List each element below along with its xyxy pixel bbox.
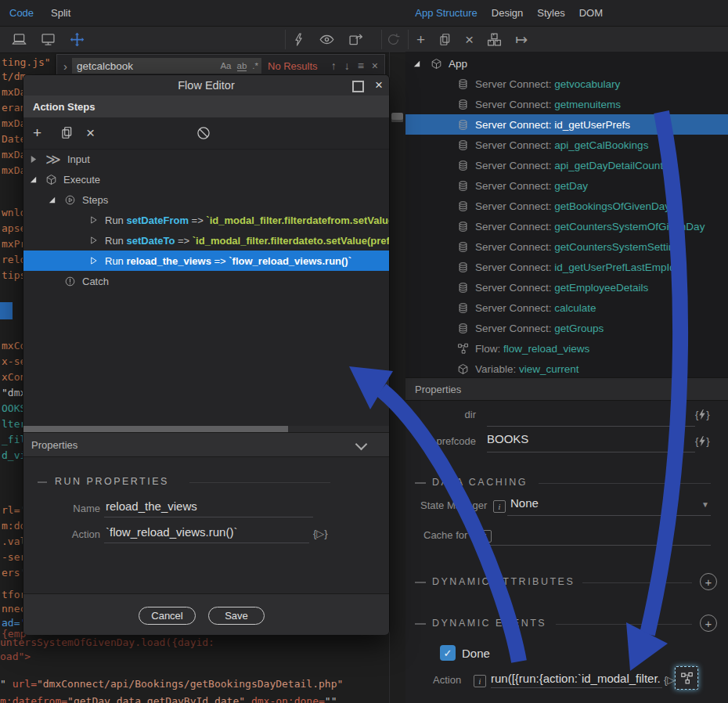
action-label: Action [47,528,100,540]
collapse-arrow-icon[interactable] [28,175,38,184]
database-icon [457,180,469,192]
name-field[interactable]: reload_the_views [106,499,309,513]
binding-expression-icon[interactable]: {▷} [313,528,328,539]
search-input[interactable]: getcalcbook Aaab.* [72,58,261,74]
expand-arrow-icon[interactable] [28,155,38,164]
app-tree-item-flow_reload_views[interactable]: Flow: flow_reload_views [405,338,728,359]
plus-icon[interactable]: + [33,125,41,140]
flow-step-setdateto[interactable]: Run setDateTo => `id_modal_filter.filter… [23,230,389,251]
code-fragment: d_vi [2,449,26,461]
monitor-icon[interactable] [40,31,56,48]
item-type-prefix: Server Connect: [475,261,554,273]
flow-step-execute[interactable]: Execute [23,169,389,189]
chevron-down-icon[interactable] [355,438,368,451]
app-tree-item-getvocabulary[interactable]: Server Connect: getvocabulary [405,74,728,94]
app-tree-item-getCountersSystemOfGivenDay[interactable]: Server Connect: getCountersSystemOfGiven… [405,216,728,236]
menu-item-code[interactable]: Code [9,7,34,19]
code-fragment: ers' [2,567,26,579]
state-manager-underline [507,515,711,516]
save-button[interactable]: Save [208,607,265,625]
open-flow-editor-button[interactable] [675,666,698,690]
move-into-icon[interactable]: ↦ [515,32,528,47]
app-tree-item-getCountersSystemSettings[interactable]: Server Connect: getCountersSystemSetting… [405,236,728,257]
add-dynamic-attribute-button[interactable]: + [700,573,717,590]
app-tree-item-id_getUserPrefLastEmpId[interactable]: Server Connect: id_getUserPrefLastEmpId [405,257,728,277]
app-tree-item-getmenuitems[interactable]: Server Connect: getmenuitems [405,94,728,114]
cancel-button[interactable]: Cancel [139,607,196,625]
arrow-separator: => [175,235,192,247]
dynamic-binding-icon[interactable]: {} [695,409,710,420]
maximize-icon[interactable] [352,81,364,92]
app-tree-item-getDay[interactable]: Server Connect: getDay [405,175,728,196]
flow-properties-header[interactable]: Properties [23,432,389,457]
arrow-down-icon[interactable]: ↓ [344,60,350,71]
flow-step-catch[interactable]: Catch [23,271,389,291]
app-tree-item-api_getDayDetailCounters[interactable]: Server Connect: api_getDayDetailCounters [405,155,728,175]
laptop-icon[interactable] [11,31,27,48]
code-fragment: relo [2,254,26,265]
event-action-field[interactable]: run([{run:{action:`id_modal_filter. [491,672,661,685]
close-icon[interactable]: × [465,32,474,47]
find-option-match-case[interactable]: Aa [220,61,231,71]
menu-item-split[interactable]: Split [51,7,70,19]
find-expand-icon[interactable]: › [63,59,67,73]
collapse-arrow-icon[interactable] [47,196,56,204]
flow-step-setdatefrom[interactable]: Run setDateFrom => `id_modal_filter.filt… [23,210,389,230]
database-icon [457,261,469,273]
lightning-icon[interactable] [291,32,306,47]
app-tree-item-getGroups[interactable]: Server Connect: getGroups [405,318,728,338]
add-dynamic-event-button[interactable]: + [700,615,717,632]
panel-divider [389,52,390,703]
properties-panel-header[interactable]: Properties [405,377,728,401]
app-tree-item-view_current[interactable]: Variable: view_current [405,359,728,379]
collapse-arrow-icon[interactable] [412,59,421,68]
run-properties-form: RUN PROPERTIES Name reload_the_views Act… [23,457,389,593]
close-icon[interactable]: × [375,78,383,93]
move-icon[interactable] [69,31,85,48]
share-icon[interactable] [348,31,364,48]
menu-item-app-structure[interactable]: App Structure [415,7,478,19]
flow-step-steps[interactable]: Steps [23,189,389,210]
copy-icon[interactable] [438,32,452,47]
copy-icon[interactable] [59,125,74,140]
app-tree-root[interactable]: App [405,53,728,74]
done-event-checkbox[interactable]: ✓ [440,645,456,661]
refresh-icon[interactable] [386,32,401,47]
close-icon[interactable]: × [372,60,378,71]
state-manager-select[interactable]: None [510,496,690,510]
app-tree-item-api_getCalBookings[interactable]: Server Connect: api_getCalBookings [405,135,728,155]
prefcode-field[interactable]: BOOKS [487,432,690,445]
dialog-titlebar[interactable]: Flow Editor × [23,75,389,96]
find-option-whole-word[interactable]: ab [237,61,247,71]
panel-menu: App StructureDesignStylesDOM [415,7,603,19]
horizontal-scrollbar[interactable] [23,426,389,432]
scrollbar-thumb[interactable] [23,426,288,432]
app-tree-item-calculate[interactable]: Server Connect: calculate [405,297,728,318]
code-fragment: tfor [2,589,26,600]
menu-item-dom[interactable]: DOM [579,7,603,19]
splitter-grip[interactable] [391,113,403,122]
app-tree-item-getEmployeeDetails[interactable]: Server Connect: getEmployeeDetails [405,277,728,297]
eye-icon[interactable] [319,31,335,48]
ban-icon[interactable] [196,125,211,141]
package-icon[interactable] [486,31,503,48]
flow-step-input[interactable]: ≫Input [23,149,389,169]
close-icon[interactable]: × [86,125,95,140]
menu-item-styles[interactable]: Styles [537,7,564,19]
step-expression: `id_modal_filter.filterdatefrom.setValue… [206,215,389,226]
filter-list-icon[interactable]: ≡ [358,60,364,71]
code-fragment: x-se [2,355,26,367]
dynamic-binding-icon[interactable]: {} [695,435,710,447]
dropdown-arrow-icon[interactable]: ▼ [701,500,709,509]
play-icon [88,235,99,246]
app-tree-item-getBookingsOfGivenDay[interactable]: Server Connect: getBookingsOfGivenDay [405,196,728,216]
action-field-underline [104,543,309,543]
app-tree-item-id_getUserPrefs[interactable]: Server Connect: id_getUserPrefs [405,114,728,135]
action-field[interactable]: `flow_reload_views.run()` [106,525,305,539]
arrow-up-icon[interactable]: ↑ [331,60,337,71]
find-option-regex[interactable]: .* [252,61,258,71]
plus-icon[interactable]: + [416,32,425,47]
flow-step-reload_the_views[interactable]: Run reload_the_views => `flow_reload_vie… [23,251,389,271]
menu-item-design[interactable]: Design [492,7,523,19]
code-fragment: _fil [2,434,26,445]
